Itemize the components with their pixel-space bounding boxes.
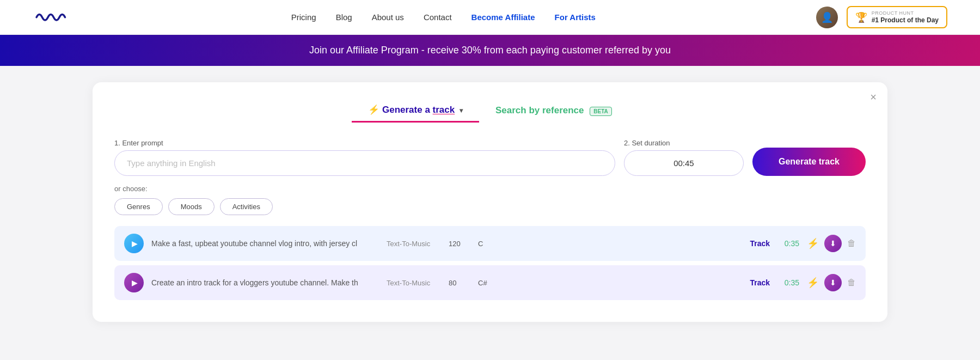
form-row: 1. Enter prompt 2. Set duration Generate… (114, 139, 866, 176)
product-hunt-badge[interactable]: 🏆 PRODUCT HUNT #1 Product of the Day (847, 6, 947, 28)
banner-text: Join our Affiliate Program - receive 30%… (309, 45, 671, 56)
play-button-1[interactable]: ▶ (124, 234, 144, 253)
nav-contact[interactable]: Contact (424, 13, 452, 22)
main-content: × ⚡ Generate a track ▾ Search by referen… (0, 66, 980, 338)
tab-search[interactable]: Search by reference BETA (479, 99, 628, 123)
tab-search-label: Search by reference (495, 105, 584, 115)
avatar-image: 👤 (816, 7, 838, 28)
track-description-2: Create an intro track for a vloggers you… (151, 278, 379, 287)
logo[interactable] (33, 5, 71, 29)
track-list: ▶ Make a fast, upbeat youtube channel vl… (114, 226, 866, 300)
tabs: ⚡ Generate a track ▾ Search by reference… (114, 99, 866, 123)
track-actions-2: ⚡ ⬇ 🗑 (807, 274, 856, 291)
prompt-input[interactable] (114, 150, 615, 176)
nav-right: 👤 🏆 PRODUCT HUNT #1 Product of the Day (816, 6, 947, 28)
ph-title: #1 Product of the Day (872, 16, 939, 24)
download-icon: ⬇ (830, 278, 836, 287)
play-icon: ▶ (132, 278, 138, 287)
nav-pricing[interactable]: Pricing (291, 13, 316, 22)
track-description-1: Make a fast, upbeat youtube channel vlog… (151, 239, 379, 248)
ph-label: PRODUCT HUNT (872, 10, 939, 16)
chips: Genres Moods Activities (114, 198, 866, 215)
track-type-1: Text-To-Music (387, 240, 441, 248)
beta-badge: BETA (590, 107, 611, 116)
nav-about[interactable]: About us (372, 13, 404, 22)
generate-button[interactable]: Generate track (752, 148, 866, 176)
track-row: ▶ Make a fast, upbeat youtube channel vl… (114, 226, 866, 261)
nav-affiliate[interactable]: Become Affiliate (471, 13, 535, 22)
tab-generate[interactable]: ⚡ Generate a track ▾ (352, 99, 479, 123)
play-button-2[interactable]: ▶ (124, 273, 144, 292)
duration-input[interactable] (624, 150, 744, 176)
regenerate-button-1[interactable]: ⚡ (807, 237, 819, 249)
track-duration-2: 0:35 (777, 278, 799, 287)
track-row: ▶ Create an intro track for a vloggers y… (114, 265, 866, 300)
track-bpm-1: 120 (449, 240, 470, 248)
nav-links: Pricing Blog About us Contact Become Aff… (291, 13, 596, 22)
track-label-2: Track (743, 278, 770, 287)
tab-generate-prefix: Generate a (382, 105, 433, 115)
download-button-2[interactable]: ⬇ (824, 274, 842, 291)
duration-label: 2. Set duration (624, 139, 744, 147)
ph-text: PRODUCT HUNT #1 Product of the Day (872, 10, 939, 24)
track-actions-1: ⚡ ⬇ 🗑 (807, 235, 856, 252)
track-key-1: C (478, 240, 500, 248)
track-bpm-2: 80 (449, 279, 470, 287)
nav-artists[interactable]: For Artists (555, 13, 596, 22)
card: × ⚡ Generate a track ▾ Search by referen… (93, 82, 887, 322)
chip-genres[interactable]: Genres (114, 198, 163, 215)
play-icon: ▶ (132, 239, 138, 248)
tab-generate-track: track (433, 105, 455, 115)
regenerate-button-2[interactable]: ⚡ (807, 277, 819, 289)
track-type-2: Text-To-Music (387, 279, 441, 287)
close-button[interactable]: × (870, 91, 877, 103)
delete-button-1[interactable]: 🗑 (847, 239, 856, 248)
chip-activities[interactable]: Activities (220, 198, 273, 215)
or-choose-section: or choose: Genres Moods Activities (114, 185, 866, 215)
avatar[interactable]: 👤 (816, 7, 838, 28)
affiliate-banner[interactable]: Join our Affiliate Program - receive 30%… (0, 35, 980, 66)
prompt-group: 1. Enter prompt (114, 139, 615, 176)
chevron-down-icon: ▾ (460, 107, 463, 114)
download-button-1[interactable]: ⬇ (824, 235, 842, 252)
download-icon: ⬇ (830, 239, 836, 248)
trophy-icon: 🏆 (855, 11, 867, 23)
or-choose-label: or choose: (114, 185, 866, 193)
track-label-1: Track (743, 239, 770, 248)
track-key-2: C# (478, 279, 500, 287)
track-duration-1: 0:35 (777, 239, 799, 248)
delete-button-2[interactable]: 🗑 (847, 278, 856, 288)
nav-blog[interactable]: Blog (336, 13, 352, 22)
navbar: Pricing Blog About us Contact Become Aff… (0, 0, 980, 35)
chip-moods[interactable]: Moods (168, 198, 215, 215)
lightning-icon: ⚡ (368, 105, 379, 115)
duration-group: 2. Set duration (624, 139, 744, 176)
prompt-label: 1. Enter prompt (114, 139, 615, 147)
